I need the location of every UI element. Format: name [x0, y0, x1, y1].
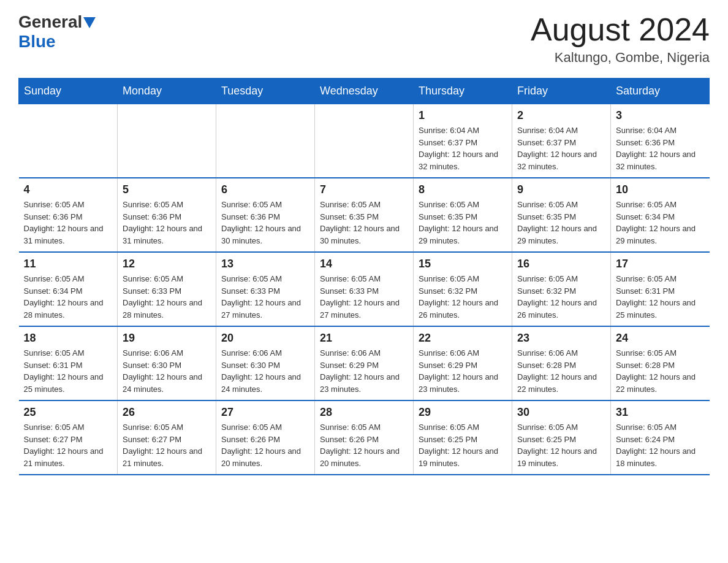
day-info: Sunrise: 6:05 AM Sunset: 6:35 PM Dayligh…: [320, 199, 408, 247]
day-info: Sunrise: 6:05 AM Sunset: 6:24 PM Dayligh…: [616, 421, 705, 469]
day-info: Sunrise: 6:05 AM Sunset: 6:28 PM Dayligh…: [616, 347, 705, 395]
header-saturday: Saturday: [611, 79, 710, 104]
title-section: August 2024 Kaltungo, Gombe, Nigeria: [531, 12, 710, 66]
weekday-header-row: Sunday Monday Tuesday Wednesday Thursday…: [19, 79, 710, 104]
calendar-cell: 13Sunrise: 6:05 AM Sunset: 6:33 PM Dayli…: [216, 252, 315, 326]
header-thursday: Thursday: [414, 79, 512, 104]
calendar-cell: 8Sunrise: 6:05 AM Sunset: 6:35 PM Daylig…: [414, 178, 512, 252]
calendar-cell: [216, 104, 315, 178]
calendar-cell: 16Sunrise: 6:05 AM Sunset: 6:32 PM Dayli…: [512, 252, 611, 326]
calendar-cell: 29Sunrise: 6:05 AM Sunset: 6:25 PM Dayli…: [414, 400, 512, 475]
day-number: 15: [419, 258, 507, 270]
day-info: Sunrise: 6:06 AM Sunset: 6:30 PM Dayligh…: [221, 347, 309, 395]
day-info: Sunrise: 6:05 AM Sunset: 6:33 PM Dayligh…: [123, 273, 211, 321]
day-number: 10: [616, 183, 705, 196]
day-number: 19: [123, 332, 211, 345]
day-info: Sunrise: 6:05 AM Sunset: 6:27 PM Dayligh…: [24, 421, 113, 469]
day-info: Sunrise: 6:05 AM Sunset: 6:36 PM Dayligh…: [123, 199, 211, 247]
day-number: 21: [320, 332, 408, 345]
location-title: Kaltungo, Gombe, Nigeria: [531, 50, 710, 66]
calendar-cell: 19Sunrise: 6:06 AM Sunset: 6:30 PM Dayli…: [118, 326, 216, 400]
day-info: Sunrise: 6:05 AM Sunset: 6:35 PM Dayligh…: [419, 199, 507, 247]
page-header: General Blue August 2024 Kaltungo, Gombe…: [18, 12, 710, 66]
day-number: 27: [221, 406, 309, 419]
day-number: 14: [320, 258, 408, 270]
calendar-cell: 25Sunrise: 6:05 AM Sunset: 6:27 PM Dayli…: [19, 400, 118, 475]
calendar-cell: 30Sunrise: 6:05 AM Sunset: 6:25 PM Dayli…: [512, 400, 611, 475]
day-info: Sunrise: 6:06 AM Sunset: 6:29 PM Dayligh…: [320, 347, 408, 395]
day-info: Sunrise: 6:05 AM Sunset: 6:27 PM Dayligh…: [123, 421, 211, 469]
calendar-cell: 14Sunrise: 6:05 AM Sunset: 6:33 PM Dayli…: [315, 252, 414, 326]
day-number: 7: [320, 183, 408, 196]
day-info: Sunrise: 6:05 AM Sunset: 6:34 PM Dayligh…: [616, 199, 705, 247]
calendar-cell: 7Sunrise: 6:05 AM Sunset: 6:35 PM Daylig…: [315, 178, 414, 252]
day-info: Sunrise: 6:05 AM Sunset: 6:26 PM Dayligh…: [320, 421, 408, 469]
calendar-cell: 1Sunrise: 6:04 AM Sunset: 6:37 PM Daylig…: [414, 104, 512, 178]
logo-general-text: General: [18, 12, 82, 32]
header-friday: Friday: [512, 79, 611, 104]
calendar-cell: 11Sunrise: 6:05 AM Sunset: 6:34 PM Dayli…: [19, 252, 118, 326]
day-info: Sunrise: 6:06 AM Sunset: 6:30 PM Dayligh…: [123, 347, 211, 395]
calendar-week-row-1: 4Sunrise: 6:05 AM Sunset: 6:36 PM Daylig…: [19, 178, 710, 252]
day-info: Sunrise: 6:05 AM Sunset: 6:33 PM Dayligh…: [320, 273, 408, 321]
logo: General Blue: [18, 12, 96, 52]
day-number: 16: [517, 258, 605, 270]
calendar-cell: 5Sunrise: 6:05 AM Sunset: 6:36 PM Daylig…: [118, 178, 216, 252]
calendar-cell: 31Sunrise: 6:05 AM Sunset: 6:24 PM Dayli…: [611, 400, 710, 475]
day-info: Sunrise: 6:04 AM Sunset: 6:36 PM Dayligh…: [616, 124, 705, 172]
day-number: 30: [517, 406, 605, 419]
calendar-cell: 24Sunrise: 6:05 AM Sunset: 6:28 PM Dayli…: [611, 326, 710, 400]
day-info: Sunrise: 6:05 AM Sunset: 6:35 PM Dayligh…: [517, 199, 605, 247]
calendar-cell: 10Sunrise: 6:05 AM Sunset: 6:34 PM Dayli…: [611, 178, 710, 252]
day-info: Sunrise: 6:06 AM Sunset: 6:28 PM Dayligh…: [517, 347, 605, 395]
calendar-cell: 23Sunrise: 6:06 AM Sunset: 6:28 PM Dayli…: [512, 326, 611, 400]
day-number: 20: [221, 332, 309, 345]
calendar-week-row-0: 1Sunrise: 6:04 AM Sunset: 6:37 PM Daylig…: [19, 104, 710, 178]
day-info: Sunrise: 6:06 AM Sunset: 6:29 PM Dayligh…: [419, 347, 507, 395]
day-info: Sunrise: 6:05 AM Sunset: 6:36 PM Dayligh…: [24, 199, 113, 247]
calendar-cell: 18Sunrise: 6:05 AM Sunset: 6:31 PM Dayli…: [19, 326, 118, 400]
day-info: Sunrise: 6:05 AM Sunset: 6:31 PM Dayligh…: [616, 273, 705, 321]
calendar-cell: 27Sunrise: 6:05 AM Sunset: 6:26 PM Dayli…: [216, 400, 315, 475]
day-number: 11: [24, 258, 113, 270]
day-number: 23: [517, 332, 605, 345]
header-sunday: Sunday: [19, 79, 118, 104]
svg-marker-0: [83, 17, 96, 28]
calendar-cell: 22Sunrise: 6:06 AM Sunset: 6:29 PM Dayli…: [414, 326, 512, 400]
calendar-cell: 17Sunrise: 6:05 AM Sunset: 6:31 PM Dayli…: [611, 252, 710, 326]
day-number: 1: [419, 109, 507, 122]
calendar-cell: [315, 104, 414, 178]
day-number: 4: [24, 183, 113, 196]
calendar-cell: 4Sunrise: 6:05 AM Sunset: 6:36 PM Daylig…: [19, 178, 118, 252]
day-info: Sunrise: 6:05 AM Sunset: 6:34 PM Dayligh…: [24, 273, 113, 321]
day-number: 28: [320, 406, 408, 419]
calendar-cell: 28Sunrise: 6:05 AM Sunset: 6:26 PM Dayli…: [315, 400, 414, 475]
day-number: 29: [419, 406, 507, 419]
day-info: Sunrise: 6:05 AM Sunset: 6:31 PM Dayligh…: [24, 347, 113, 395]
calendar-cell: [19, 104, 118, 178]
day-number: 2: [517, 109, 605, 122]
day-number: 13: [221, 258, 309, 270]
header-wednesday: Wednesday: [315, 79, 414, 104]
day-info: Sunrise: 6:05 AM Sunset: 6:32 PM Dayligh…: [517, 273, 605, 321]
calendar-cell: 26Sunrise: 6:05 AM Sunset: 6:27 PM Dayli…: [118, 400, 216, 475]
day-info: Sunrise: 6:04 AM Sunset: 6:37 PM Dayligh…: [419, 124, 507, 172]
calendar-cell: 21Sunrise: 6:06 AM Sunset: 6:29 PM Dayli…: [315, 326, 414, 400]
calendar-cell: 2Sunrise: 6:04 AM Sunset: 6:37 PM Daylig…: [512, 104, 611, 178]
day-info: Sunrise: 6:05 AM Sunset: 6:32 PM Dayligh…: [419, 273, 507, 321]
header-tuesday: Tuesday: [216, 79, 315, 104]
month-title: August 2024: [531, 12, 710, 47]
day-number: 12: [123, 258, 211, 270]
calendar-cell: 9Sunrise: 6:05 AM Sunset: 6:35 PM Daylig…: [512, 178, 611, 252]
day-number: 3: [616, 109, 705, 122]
day-number: 17: [616, 258, 705, 270]
day-number: 31: [616, 406, 705, 419]
day-info: Sunrise: 6:04 AM Sunset: 6:37 PM Dayligh…: [517, 124, 605, 172]
logo-icon: General Blue: [18, 12, 96, 52]
calendar-table: Sunday Monday Tuesday Wednesday Thursday…: [18, 78, 710, 475]
day-info: Sunrise: 6:05 AM Sunset: 6:33 PM Dayligh…: [221, 273, 309, 321]
calendar-cell: 3Sunrise: 6:04 AM Sunset: 6:36 PM Daylig…: [611, 104, 710, 178]
calendar-week-row-2: 11Sunrise: 6:05 AM Sunset: 6:34 PM Dayli…: [19, 252, 710, 326]
calendar-cell: 20Sunrise: 6:06 AM Sunset: 6:30 PM Dayli…: [216, 326, 315, 400]
day-number: 22: [419, 332, 507, 345]
